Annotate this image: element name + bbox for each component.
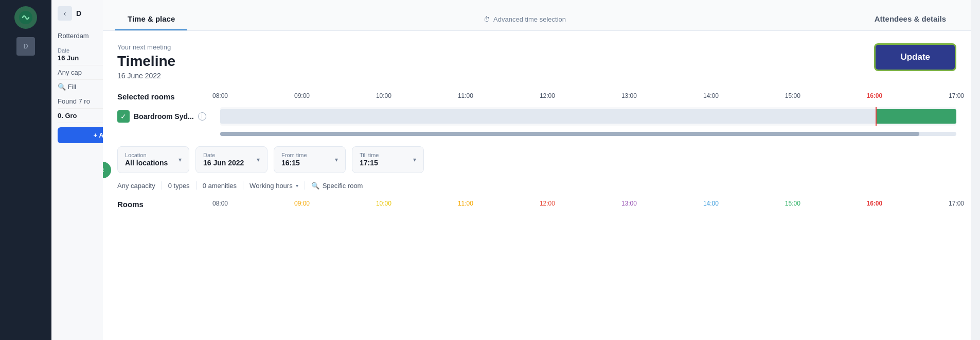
capacity-chip[interactable]: Any capacity: [117, 182, 155, 190]
rooms-hour-16: 16:00: [867, 200, 883, 207]
update-button[interactable]: Update: [874, 43, 956, 71]
filter-row: Location All locations ▾ Date 16 Jun 202…: [117, 146, 956, 173]
date-dropdown[interactable]: Date 16 Jun 2022 ▾: [195, 146, 268, 173]
rooms-hour-11: 11:00: [458, 200, 473, 207]
hour-15: 15:00: [785, 92, 800, 99]
timeline-hours-row: 08:00 09:00 10:00 11:00 12:00 13:00 14:0…: [220, 92, 956, 105]
location-dropdown-content: Location All locations: [125, 152, 168, 167]
types-chip[interactable]: 0 types: [168, 182, 190, 190]
chip-divider-2: [196, 181, 197, 190]
room-name: Boardroom Syd...: [134, 112, 194, 121]
hour-12: 12:00: [540, 92, 555, 99]
tab-attendees-details[interactable]: Attendees & details: [862, 8, 958, 30]
tab-time-place[interactable]: Time & place: [115, 8, 187, 30]
till-time-dropdown[interactable]: Till time 17:15 ▾: [352, 146, 424, 173]
back-nav-button[interactable]: ‹: [58, 6, 72, 21]
hour-17: 17:00: [949, 92, 964, 99]
modal: ‹ Time & place ⏱ Advanced time selection…: [103, 0, 971, 340]
selected-rooms-label: Selected rooms: [117, 92, 220, 107]
hour-10: 10:00: [376, 92, 391, 99]
rooms-section-label-col: Rooms: [117, 200, 220, 215]
specific-room-chip[interactable]: 🔍 Specific room: [311, 182, 363, 190]
hour-16: 16:00: [867, 92, 883, 99]
chips-row: Any capacity 0 types 0 amenities Working…: [117, 181, 956, 190]
meeting-info: Your next meeting Timeline 16 June 2022: [117, 43, 175, 80]
meeting-label: Your next meeting: [117, 43, 175, 51]
chip-divider-1: [162, 181, 162, 190]
from-time-dropdown-content: From time 16:15: [281, 152, 307, 167]
date-chevron-icon: ▾: [257, 156, 260, 163]
chip-divider-3: [243, 181, 243, 190]
meeting-date: 16 June 2022: [117, 72, 175, 80]
free-bar: [220, 109, 956, 124]
location-chevron-icon: ▾: [179, 156, 182, 163]
modal-title-row: Your next meeting Timeline 16 June 2022 …: [117, 43, 956, 80]
sidebar-user-avatar[interactable]: D: [16, 37, 35, 56]
timeline-scrollbar-area[interactable]: [220, 130, 956, 136]
background-content: ‹ D Rotterdam Date 16 Jun Any cap 🔍 Fill…: [51, 0, 980, 340]
rooms-timeline-hours: 08:00 09:00 10:00 11:00 12:00 13:00 14:0…: [220, 200, 956, 212]
modal-body: Your next meeting Timeline 16 June 2022 …: [103, 31, 971, 340]
sidebar: D: [0, 0, 51, 340]
nav-label: D: [76, 9, 81, 18]
working-hours-chip[interactable]: Working hours ▾: [250, 182, 298, 190]
hour-14: 14:00: [703, 92, 719, 99]
room-info: ✓ Boardroom Syd... i: [117, 110, 220, 123]
scrollbar-thumb[interactable]: [220, 132, 919, 136]
meeting-title: Timeline: [117, 53, 175, 70]
scroll-track-spacer: [117, 130, 220, 136]
rooms-hour-08: 08:00: [212, 200, 228, 207]
hour-11: 11:00: [458, 92, 473, 99]
room-timeline-bar: [220, 107, 956, 126]
location-dropdown[interactable]: Location All locations ▾: [117, 146, 189, 173]
rooms-hour-09: 09:00: [294, 200, 310, 207]
till-time-chevron-icon: ▾: [413, 156, 416, 163]
timeline-scroll-row: [117, 130, 956, 136]
room-info-icon[interactable]: i: [198, 112, 206, 121]
sidebar-user-label: D: [24, 43, 28, 50]
selected-rooms-section: Selected rooms 08:00 09:00 10:00 11:00 1…: [117, 92, 956, 136]
hour-09: 09:00: [294, 92, 310, 99]
amenities-chip[interactable]: 0 amenities: [203, 182, 237, 190]
rooms-hour-12: 12:00: [540, 200, 555, 207]
rooms-hour-15: 15:00: [785, 200, 800, 207]
current-time-line: [876, 107, 877, 126]
date-dropdown-content: Date 16 Jun 2022: [203, 152, 244, 167]
hour-13: 13:00: [621, 92, 637, 99]
modal-header: Time & place ⏱ Advanced time selection A…: [103, 0, 971, 31]
working-hours-chevron-icon: ▾: [296, 183, 298, 189]
rooms-section: Rooms 08:00 09:00 10:00 11:00 12:00 13:0…: [117, 200, 956, 215]
sidebar-logo[interactable]: [14, 6, 37, 29]
advanced-time-label[interactable]: Advanced time selection: [493, 15, 566, 23]
rooms-hour-14: 14:00: [703, 200, 719, 207]
search-icon: 🔍: [311, 182, 319, 190]
till-time-dropdown-content: Till time 17:15: [360, 152, 379, 167]
from-time-dropdown[interactable]: From time 16:15 ▾: [274, 146, 346, 173]
chip-divider-4: [305, 181, 305, 190]
from-time-chevron-icon: ▾: [335, 156, 338, 163]
rooms-hour-17: 17:00: [949, 200, 964, 207]
rooms-hour-10: 10:00: [376, 200, 391, 207]
hour-08: 08:00: [212, 92, 228, 99]
booked-bar: [876, 109, 956, 124]
room-checkbox[interactable]: ✓: [117, 110, 130, 123]
room-row-boardroom: ✓ Boardroom Syd... i: [117, 107, 956, 126]
rooms-hour-13: 13:00: [621, 200, 637, 207]
advanced-time-area: ⏱ Advanced time selection: [187, 15, 862, 23]
